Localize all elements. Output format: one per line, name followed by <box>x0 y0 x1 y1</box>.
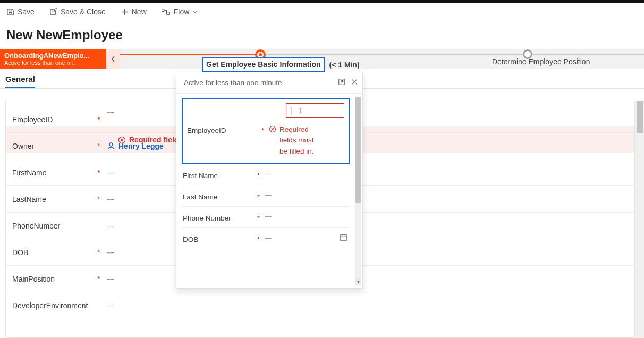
bpf-bar: OnboardingANewEmplo... Active for less t… <box>0 49 644 69</box>
page-title: New NewEmployee <box>0 21 644 49</box>
bpf-stage-1[interactable]: Get Employee Basic Information (< 1 Min) <box>202 57 360 72</box>
field-value[interactable]: --- <box>265 191 348 199</box>
required-marker: * <box>97 142 107 150</box>
field-label: Last Name <box>183 191 257 201</box>
bpf-progress-line <box>120 54 644 55</box>
new-button[interactable]: New <box>121 7 147 16</box>
required-marker: * <box>257 170 265 180</box>
bpf-stage-2[interactable]: Determine Employee Position <box>492 57 590 66</box>
dock-button[interactable] <box>338 78 345 87</box>
text-cursor: | I <box>290 106 303 115</box>
required-marker: * <box>97 248 107 257</box>
bpf-stage-1-time: (< 1 Min) <box>329 61 360 69</box>
main-scrollbar[interactable] <box>635 101 644 338</box>
field-label: EmployeeID <box>12 115 97 124</box>
flow-label: Flow <box>174 7 190 16</box>
flyout-header-text: Active for less than one minute <box>184 79 282 87</box>
employee-id-input[interactable]: | I <box>286 103 344 118</box>
save-button[interactable]: Save <box>6 7 35 16</box>
bpf-process-sub: Active for less than one mi... <box>4 60 102 66</box>
flyout-scrollbar[interactable]: ▾ <box>355 97 361 285</box>
field-label: Owner <box>12 142 97 150</box>
owner-name: Henry Legge <box>118 142 164 150</box>
calendar-icon <box>340 233 348 241</box>
field-label: DOB <box>12 248 97 257</box>
required-marker: * <box>257 233 265 243</box>
scrollbar-thumb[interactable] <box>637 101 643 133</box>
dock-icon <box>338 78 345 86</box>
close-button[interactable] <box>351 78 358 87</box>
svg-point-1 <box>166 12 170 15</box>
flow-button[interactable]: Flow <box>162 7 199 16</box>
save-close-icon <box>49 8 57 16</box>
save-close-button[interactable]: Save & Close <box>49 7 106 16</box>
fly-dob[interactable]: DOB * --- <box>182 228 350 249</box>
tab-general[interactable]: General <box>5 74 35 88</box>
field-label: LastName <box>12 195 97 204</box>
chevron-down-icon <box>192 9 198 15</box>
required-marker: * <box>97 168 107 177</box>
scrollbar-thumb[interactable] <box>355 97 361 203</box>
field-label: Phone Number <box>183 212 257 222</box>
flyout-highlighted-field: | I EmployeeID * Required fields must be… <box>182 98 350 164</box>
close-icon <box>351 78 358 86</box>
bpf-collapse-button[interactable] <box>106 49 120 69</box>
chevron-left-icon <box>111 55 116 63</box>
person-icon <box>107 142 115 150</box>
fly-phone[interactable]: Phone Number * --- <box>182 207 350 228</box>
field-dev-env[interactable]: DeveloperEnvironment --- <box>6 292 634 319</box>
field-label: MainPosition <box>12 275 97 283</box>
validation-error: Required fields must be filled in. <box>269 124 314 157</box>
required-marker: * <box>97 275 107 283</box>
field-value[interactable]: --- <box>107 301 628 310</box>
field-value[interactable]: --- <box>265 212 348 220</box>
field-label: DOB <box>183 233 257 243</box>
bpf-stage-1-name: Get Employee Basic Information <box>202 57 325 72</box>
fly-first-name[interactable]: First Name * --- <box>182 164 350 185</box>
save-close-label: Save & Close <box>61 7 106 16</box>
bpf-process-name: OnboardingANewEmplo... <box>4 52 102 60</box>
scroll-down-button[interactable]: ▾ <box>355 277 361 285</box>
required-marker: * <box>97 195 107 204</box>
svg-rect-0 <box>162 9 164 11</box>
field-label: First Name <box>183 170 257 180</box>
flyout-header: Active for less than one minute <box>176 72 362 94</box>
field-value[interactable]: --- <box>265 233 348 243</box>
fly-last-name[interactable]: Last Name * --- <box>182 185 350 207</box>
command-bar: Save Save & Close New Flow <box>0 3 644 21</box>
new-label: New <box>132 7 147 16</box>
plus-icon <box>121 8 129 16</box>
required-marker: * <box>257 212 265 222</box>
stage-flyout: Active for less than one minute | I Empl… <box>176 72 363 289</box>
flyout-body: | I EmployeeID * Required fields must be… <box>176 94 362 288</box>
field-label: PhoneNumber <box>12 222 97 230</box>
svg-rect-6 <box>341 235 346 240</box>
fly-employee-id-label: EmployeeID <box>187 124 261 134</box>
save-label: Save <box>18 7 35 16</box>
error-icon <box>269 125 276 133</box>
flow-icon <box>162 8 171 16</box>
required-marker: * <box>97 115 107 124</box>
save-icon <box>6 8 14 16</box>
field-value[interactable]: --- <box>265 170 348 178</box>
bpf-process-header[interactable]: OnboardingANewEmplo... Active for less t… <box>0 49 106 69</box>
required-marker: * <box>261 124 269 134</box>
svg-point-3 <box>109 143 113 146</box>
field-label: DeveloperEnvironment <box>12 301 97 310</box>
field-label: FirstName <box>12 168 97 177</box>
required-marker: * <box>257 191 265 201</box>
calendar-button[interactable] <box>340 233 348 243</box>
